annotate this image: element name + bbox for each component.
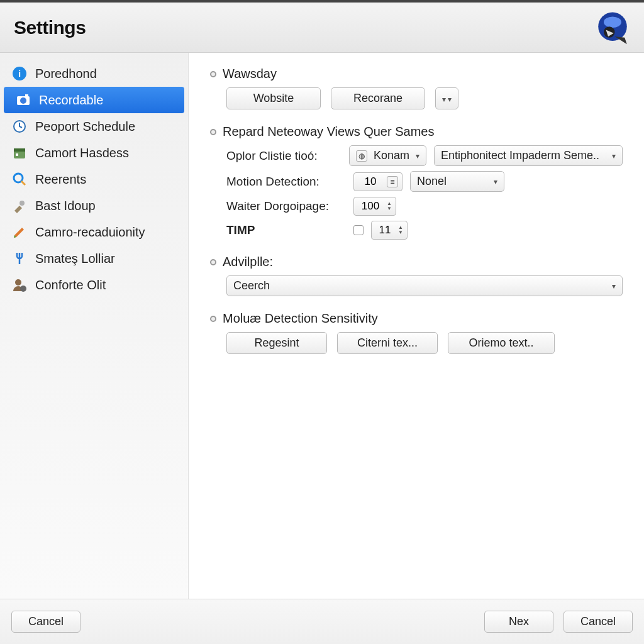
motion-number-value: 10 [358,175,383,188]
svg-point-13 [14,174,23,182]
main-panel: Wawsday Wobsite Recorane ▾ ▾ Repard Nete… [189,53,644,599]
svg-rect-7 [25,94,28,97]
wawsday-dropdown-button[interactable]: ▾ ▾ [435,87,458,109]
citerni-button[interactable]: Citerni tex... [337,332,438,354]
timp-label: TIMP [226,223,346,237]
search-icon [11,171,28,187]
oplor-value: Konam [374,149,409,162]
clock-icon [11,118,28,135]
page-title: Settings [14,17,86,38]
timp-value: 11 [375,224,394,236]
sidebar-item-label: Camro-recaduionity [35,225,145,240]
stepper-icon[interactable]: ▲▼ [398,225,403,235]
waiter-label: Waiter Dorgoipage: [226,199,346,213]
svg-rect-11 [14,148,25,152]
svg-point-15 [15,279,21,286]
motion-label: Motion Detection: [226,175,346,189]
info-icon: i [11,65,28,82]
recorane-button[interactable]: Recorane [331,87,425,109]
sidebar: i Poredhond Recordable Peoport Schedule [0,53,189,599]
waiter-spinner[interactable]: 100 ▲▼ [353,197,396,216]
motion-number-spinner[interactable]: 10 ≡ [353,172,402,191]
cancel-right-button[interactable]: Cancel [564,611,633,633]
section-bullet-icon [210,316,216,322]
sidebar-item-recordable[interactable]: Recordable [4,87,184,113]
body: i Poredhond Recordable Peoport Schedule [0,53,644,599]
section-title: Advilplle: [223,255,273,269]
sidebar-item-label: Peoport Schedule [35,119,135,134]
calendar-icon [11,145,28,161]
user-icon [11,277,28,293]
globe-icon: ◍ [356,150,367,162]
align-icon: ≡ [387,176,398,187]
settings-window: Settings i Poredhond [0,0,644,644]
section-motion-sensitivity: Moluæ Detection Sensitivity Regesint Cit… [210,311,623,354]
sidebar-item-label: Smateş Lolliar [35,252,115,266]
timp-checkbox[interactable] [353,225,364,235]
oriemo-button[interactable]: Oriemo text.. [448,332,555,354]
sidebar-item-smates-lolliar[interactable]: Smateş Lolliar [0,245,188,272]
svg-text:i: i [18,68,21,79]
section-bullet-icon [210,259,216,265]
chevron-down-icon: ▾ [612,152,616,160]
section-repard: Repard Neteoway Views Quer Sames Oplor C… [210,125,623,240]
sidebar-item-poredhond[interactable]: i Poredhond [0,60,188,87]
section-bullet-icon [210,129,216,135]
section-wawsday: Wawsday Wobsite Recorane ▾ ▾ [210,67,623,109]
waiter-value: 100 [358,200,383,213]
regesint-button[interactable]: Regesint [226,332,327,354]
svg-point-1 [604,16,621,28]
chevron-down-icon: ▾ [416,152,419,160]
pencil-icon [11,224,28,240]
section-bullet-icon [210,71,216,77]
sidebar-item-bast-idoup[interactable]: Bast Idoup [0,192,188,219]
titlebar: Settings [0,3,644,53]
tools-icon [11,197,28,214]
motion-select[interactable]: Nonel ▾ [410,171,504,192]
chevron-down-icon: ▾ ▾ [442,95,452,104]
oplor-select[interactable]: ◍ Konam ▾ [349,145,426,166]
sidebar-item-label: Poredhond [35,67,97,81]
section-title: Repard Neteoway Views Quer Sames [223,125,434,139]
chevron-down-icon: ▾ [612,282,616,291]
svg-point-6 [20,97,26,104]
section-advilplle: Advilplle: Ceerch ▾ [210,255,623,296]
svg-point-16 [20,286,26,292]
sidebar-item-label: Bast Idoup [35,199,96,213]
section-title: Wawsday [223,67,277,81]
oplor-secondary-select[interactable]: Entiphonitect Impaderm Seme.. ▾ [434,145,623,166]
sidebar-item-camro-recaduionity[interactable]: Camro-recaduionity [0,219,188,245]
next-button[interactable]: Nex [484,611,553,633]
sidebar-item-label: Reerents [35,172,86,187]
footer: Cancel Nex Cancel [0,599,644,644]
timp-spinner[interactable]: 11 ▲▼ [371,221,408,240]
camera-icon [15,92,31,108]
sidebar-item-reerents[interactable]: Reerents [0,166,188,192]
wobsite-button[interactable]: Wobsite [226,87,321,109]
sidebar-item-label: Recordable [39,93,103,108]
chevron-down-icon: ▾ [494,177,497,186]
sidebar-item-label: Conforte Olit [35,278,106,292]
svg-rect-12 [16,153,18,156]
sidebar-item-peoport-schedule[interactable]: Peoport Schedule [0,113,188,140]
advilplle-select[interactable]: Ceerch ▾ [226,275,623,296]
section-title: Moluæ Detection Sensitivity [223,311,378,326]
app-logo-icon [595,10,630,45]
motion-select-value: Nonel [417,175,487,188]
sidebar-item-conforte-olit[interactable]: Conforte Olit [0,272,188,298]
sidebar-item-camort-hasdess[interactable]: Camort Hasdess [0,140,188,166]
svg-point-14 [19,201,25,206]
fork-icon [11,250,28,267]
sidebar-item-label: Camort Hasdess [35,146,129,160]
oplor-label: Oplor Clistie tioó: [226,149,341,163]
cancel-left-button[interactable]: Cancel [11,611,80,633]
stepper-icon[interactable]: ▲▼ [387,201,392,211]
advilplle-value: Ceerch [233,279,606,292]
oplor-secondary-value: Entiphonitect Impaderm Seme.. [441,149,606,162]
